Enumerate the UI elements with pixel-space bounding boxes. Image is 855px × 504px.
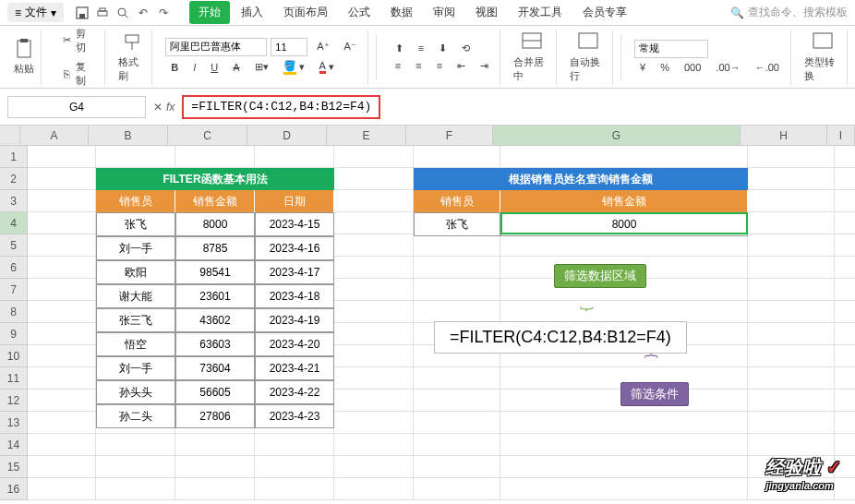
- left-cell-r0-c0[interactable]: 张飞: [96, 212, 175, 236]
- cut-button[interactable]: ✂剪切: [54, 25, 99, 56]
- number-format-combo[interactable]: 常规: [634, 40, 708, 58]
- tab-page-layout[interactable]: 页面布局: [274, 1, 337, 24]
- undo-icon[interactable]: ↶: [136, 6, 151, 20]
- font-color-button[interactable]: A▾: [314, 58, 340, 76]
- tab-formulas[interactable]: 公式: [339, 1, 379, 24]
- left-cell-r6-c2[interactable]: 2023-4-21: [255, 356, 334, 380]
- row-header-14[interactable]: 14: [0, 434, 28, 456]
- left-cell-r5-c2[interactable]: 2023-4-20: [255, 332, 334, 356]
- wrap-button[interactable]: 自动换行: [570, 31, 607, 83]
- col-header-I[interactable]: I: [827, 126, 855, 145]
- left-cell-r2-c0[interactable]: 欧阳: [96, 260, 175, 284]
- cells-area[interactable]: FILTER函数基本用法 销售员 销售金额 日期 张飞80002023-4-15…: [28, 146, 855, 500]
- row-header-8[interactable]: 8: [0, 301, 28, 323]
- indent-inc-icon[interactable]: ⇥: [475, 58, 494, 74]
- row-header-16[interactable]: 16: [0, 478, 28, 500]
- left-cell-r8-c2[interactable]: 2023-4-23: [255, 404, 334, 428]
- increase-font-icon[interactable]: A⁺: [311, 39, 334, 54]
- strike-button[interactable]: A: [227, 60, 245, 75]
- left-cell-r3-c2[interactable]: 2023-4-18: [255, 284, 334, 308]
- spreadsheet-grid[interactable]: ABCDEFGHI 12345678910111213141516 FILTER…: [0, 126, 855, 504]
- row-header-7[interactable]: 7: [0, 279, 28, 301]
- font-name-combo[interactable]: 阿里巴巴普惠体: [165, 38, 267, 56]
- row-header-9[interactable]: 9: [0, 323, 28, 345]
- redo-icon[interactable]: ↷: [156, 6, 171, 20]
- left-cell-r7-c2[interactable]: 2023-4-22: [255, 380, 334, 404]
- file-menu[interactable]: ≡ 文件 ▾: [7, 3, 64, 22]
- align-top-icon[interactable]: ⬆: [390, 41, 409, 56]
- left-cell-r2-c1[interactable]: 98541: [175, 260, 255, 284]
- col-header-A[interactable]: A: [20, 126, 89, 145]
- tab-member[interactable]: 会员专享: [573, 1, 636, 24]
- currency-icon[interactable]: ¥: [634, 60, 651, 75]
- left-cell-r4-c2[interactable]: 2023-4-19: [255, 308, 334, 332]
- right-d1[interactable]: 8000: [500, 212, 748, 236]
- left-cell-r6-c0[interactable]: 刘一手: [96, 356, 175, 380]
- left-cell-r3-c1[interactable]: 23601: [175, 284, 255, 308]
- bold-button[interactable]: B: [165, 60, 184, 75]
- align-center-icon[interactable]: ≡: [410, 58, 427, 73]
- indent-dec-icon[interactable]: ⇤: [452, 58, 471, 74]
- align-left-icon[interactable]: ≡: [390, 58, 406, 73]
- select-all-corner[interactable]: [0, 126, 20, 145]
- border-button[interactable]: ⊞▾: [249, 59, 274, 75]
- left-cell-r0-c2[interactable]: 2023-4-15: [255, 212, 334, 236]
- left-cell-r1-c2[interactable]: 2023-4-16: [255, 236, 334, 260]
- inc-decimal-icon[interactable]: .00→: [710, 60, 745, 75]
- underline-button[interactable]: U: [205, 60, 223, 75]
- formula-input[interactable]: =FILTER(C4:C12,B4:B12=F4): [182, 95, 380, 119]
- row-header-1[interactable]: 1: [0, 146, 28, 168]
- left-cell-r4-c1[interactable]: 43602: [175, 308, 255, 332]
- decrease-font-icon[interactable]: A⁻: [339, 39, 362, 54]
- italic-button[interactable]: I: [187, 60, 201, 75]
- name-box[interactable]: G4: [7, 96, 146, 118]
- comma-icon[interactable]: 000: [679, 60, 706, 75]
- paste-button[interactable]: 粘贴: [13, 38, 35, 76]
- dec-decimal-icon[interactable]: ←.00: [750, 60, 785, 75]
- print-icon[interactable]: [95, 6, 110, 20]
- cancel-icon[interactable]: ✕: [153, 101, 163, 114]
- col-header-F[interactable]: F: [406, 126, 493, 145]
- left-cell-r7-c0[interactable]: 孙头头: [96, 380, 175, 404]
- col-header-E[interactable]: E: [327, 126, 406, 145]
- tab-dev-tools[interactable]: 开发工具: [509, 1, 572, 24]
- left-cell-r1-c1[interactable]: 8785: [175, 236, 255, 260]
- row-header-11[interactable]: 11: [0, 367, 28, 390]
- left-cell-r8-c0[interactable]: 孙二头: [96, 404, 175, 428]
- preview-icon[interactable]: [115, 6, 130, 20]
- col-header-G[interactable]: G: [493, 126, 741, 145]
- col-header-B[interactable]: B: [89, 126, 168, 145]
- copy-button[interactable]: ⎘复制: [54, 58, 99, 90]
- save-icon[interactable]: [75, 6, 90, 20]
- left-cell-r6-c1[interactable]: 73604: [175, 356, 255, 380]
- align-middle-icon[interactable]: ≡: [413, 41, 429, 55]
- left-cell-r2-c2[interactable]: 2023-4-17: [255, 260, 334, 284]
- row-header-6[interactable]: 6: [0, 257, 28, 279]
- align-bottom-icon[interactable]: ⬇: [433, 41, 452, 56]
- tab-insert[interactable]: 插入: [232, 1, 272, 24]
- percent-icon[interactable]: %: [655, 60, 675, 75]
- orientation-icon[interactable]: ⟲: [456, 41, 476, 56]
- row-header-4[interactable]: 4: [0, 212, 28, 234]
- tab-start[interactable]: 开始: [189, 1, 230, 24]
- left-cell-r7-c1[interactable]: 56605: [175, 380, 255, 404]
- tab-view[interactable]: 视图: [466, 1, 507, 24]
- tab-data[interactable]: 数据: [381, 1, 422, 24]
- font-size-combo[interactable]: 11: [271, 38, 307, 56]
- left-cell-r5-c1[interactable]: 63603: [175, 332, 255, 356]
- search-box[interactable]: 🔍 查找命令、搜索模板: [730, 5, 848, 20]
- left-cell-r4-c0[interactable]: 张三飞: [96, 308, 175, 332]
- tab-review[interactable]: 审阅: [424, 1, 464, 24]
- col-header-D[interactable]: D: [247, 126, 327, 145]
- fx-icon[interactable]: fx: [166, 101, 175, 114]
- right-d0[interactable]: 张飞: [414, 212, 500, 236]
- col-header-H[interactable]: H: [741, 126, 827, 145]
- row-header-2[interactable]: 2: [0, 168, 28, 190]
- align-right-icon[interactable]: ≡: [431, 58, 448, 73]
- fill-color-button[interactable]: 🪣▾: [278, 58, 310, 77]
- left-cell-r5-c0[interactable]: 悟空: [96, 332, 175, 356]
- row-header-12[interactable]: 12: [0, 390, 28, 412]
- row-header-3[interactable]: 3: [0, 190, 28, 212]
- left-cell-r0-c1[interactable]: 8000: [175, 212, 255, 236]
- row-header-10[interactable]: 10: [0, 345, 28, 367]
